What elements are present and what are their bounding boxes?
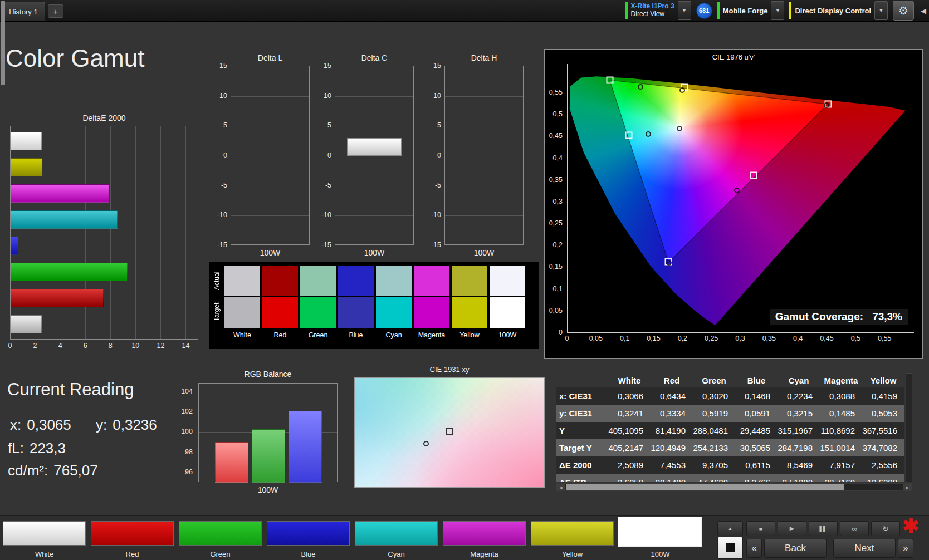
cie-y-tick: 0 <box>559 328 563 336</box>
grid-line <box>445 96 523 97</box>
patch-white-button[interactable] <box>3 521 86 546</box>
x-axis-label: 100W <box>444 248 524 257</box>
refresh-button[interactable]: ↻ <box>871 521 900 536</box>
meter-status-indicator <box>625 2 628 19</box>
refresh-icon: ↻ <box>882 524 889 533</box>
collapse-left-icon: ◀ <box>921 7 926 15</box>
swatch-actual-blue <box>338 266 374 296</box>
swatch-label-100w: 100W <box>488 331 526 339</box>
swatch-label-white: White <box>223 331 261 339</box>
meter-dropdown-button[interactable]: ▼ <box>678 1 691 20</box>
swatch-columns: WhiteRedGreenBlueCyanMagentaYellow100W <box>209 262 539 349</box>
display-control-dropdown-button[interactable]: ▼ <box>874 1 888 20</box>
next-button[interactable]: Next <box>833 539 896 558</box>
deltae-bar-100w <box>11 315 42 333</box>
table-cell: 0,3241 <box>608 405 651 422</box>
grid-line <box>445 126 523 126</box>
collapse-panel-button[interactable]: ◀ <box>919 1 928 20</box>
rgb-y-tick: 104 <box>181 387 193 395</box>
patch-100w-button[interactable] <box>619 518 702 547</box>
swatch-target-blue <box>338 297 374 328</box>
table-cell: 0,1485 <box>820 405 862 422</box>
settings-button[interactable]: ⚙ <box>893 1 914 21</box>
reading-x: x:0,3065 <box>10 416 71 434</box>
rgb-bar-red <box>215 442 248 483</box>
table-row--e-itp: ΔE ITP3,605020,148047,46208,376627,12003… <box>556 474 904 482</box>
rgb-balance-x-label: 100W <box>198 485 338 494</box>
measured-marker <box>679 87 685 93</box>
table-cell: 81,4190 <box>651 422 693 439</box>
y-axis-tick: 15 <box>424 62 441 70</box>
swatch-label-blue: Blue <box>337 331 375 339</box>
patch-cyan-button[interactable] <box>355 521 438 546</box>
rgb-bar-blue <box>289 411 322 483</box>
swatch-actual-white <box>224 266 260 296</box>
play-icon: ▶ <box>790 525 794 532</box>
table-vertical-scrollbar[interactable] <box>906 373 912 482</box>
row-label: Target Y <box>556 439 608 456</box>
add-tab-button[interactable]: + <box>48 4 63 18</box>
patch-blue-button[interactable] <box>267 521 350 546</box>
stop-button[interactable]: ■ <box>746 521 775 536</box>
x-axis-label: 100W <box>335 248 414 257</box>
delta-c-title: Delta C <box>335 53 414 62</box>
play-button[interactable]: ▶ <box>778 521 806 536</box>
deltae-axis-tick: 14 <box>182 342 190 350</box>
pattern-scroll-up-button[interactable]: ▲ <box>717 521 743 536</box>
pause-button[interactable]: ▌▌ <box>809 521 838 536</box>
chevron-down-icon: ▼ <box>879 8 884 13</box>
source-dropdown-button[interactable]: ▼ <box>771 1 784 20</box>
first-page-button[interactable]: « <box>746 539 762 558</box>
y-axis-tick: -15 <box>315 241 331 249</box>
table-row-target-y: Target Y405,2147120,4949254,213330,50652… <box>556 439 904 456</box>
gamut-coverage-readout: Gamut Coverage: 73,3% <box>770 309 908 325</box>
cie-x-tick: 0,3 <box>735 335 745 342</box>
swatch-label-yellow: Yellow <box>451 331 488 339</box>
current-reading-title: Current Reading <box>7 380 134 400</box>
table-horizontal-scrollbar[interactable]: ◂ ▸ <box>556 483 912 491</box>
y-axis-tick: -10 <box>211 211 227 219</box>
column-header-blue: Blue <box>735 373 778 387</box>
cie1976-markers <box>568 64 914 332</box>
reading-x-value: 0,3065 <box>27 416 71 433</box>
table-corner-cell <box>556 373 608 387</box>
y-axis-tick: 10 <box>315 92 331 100</box>
swatch-label-magenta: Magenta <box>413 331 451 339</box>
table-horizontal-scroll-thumb[interactable] <box>566 484 844 490</box>
table-scroll-right-button[interactable]: ▸ <box>903 484 912 490</box>
last-page-button[interactable]: » <box>898 539 913 558</box>
measured-marker <box>646 131 651 137</box>
patch-label-magenta: Magenta <box>443 550 526 558</box>
patch-yellow-button[interactable] <box>531 521 614 546</box>
deltae-bar-magenta <box>11 184 109 203</box>
table-cell: 20,1480 <box>651 474 693 482</box>
tab-history-1[interactable]: History 1 <box>2 2 45 21</box>
deltae-axis-tick: 12 <box>157 342 164 350</box>
table-cell: 0,3088 <box>820 387 862 405</box>
back-button[interactable]: Back <box>764 539 827 558</box>
patch-magenta-button[interactable] <box>443 521 526 546</box>
grid-line <box>335 186 413 186</box>
table-cell: 0,3020 <box>693 387 735 405</box>
table-cell: 151,0014 <box>820 439 862 456</box>
deltae-axis-tick: 6 <box>84 342 87 350</box>
gamut-coverage-label: Gamut Coverage: <box>775 311 863 323</box>
table-cell: 2,5556 <box>862 456 904 474</box>
table-vertical-scroll-thumb[interactable] <box>1 1 5 85</box>
swatch-target-red <box>262 297 298 328</box>
patch-green-button[interactable] <box>179 521 262 546</box>
swatch-target-white <box>224 297 260 328</box>
table-cell: 7,4553 <box>651 456 693 474</box>
delta-l-plot <box>231 66 310 245</box>
swatch-target-magenta <box>414 297 449 328</box>
table-cell: 0,2234 <box>778 387 820 405</box>
loop-button[interactable]: ∞ <box>840 521 869 536</box>
table-scroll-left-button[interactable]: ◂ <box>556 484 565 490</box>
table-cell: 2,5089 <box>608 456 651 474</box>
y-axis-tick: 15 <box>211 62 227 70</box>
patch-red-button[interactable] <box>91 521 174 546</box>
grid-line <box>445 215 523 216</box>
cie-x-tick: 0,55 <box>878 335 891 342</box>
pattern-window-button[interactable] <box>717 537 743 559</box>
y-axis-tick: 0 <box>315 151 331 159</box>
